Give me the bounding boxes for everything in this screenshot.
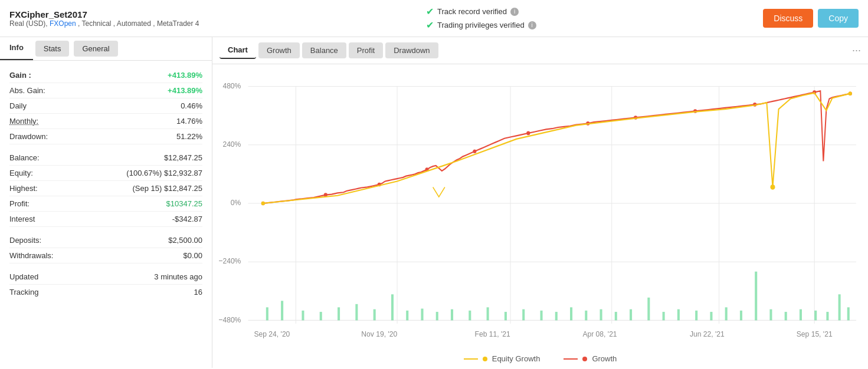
legend-label-equity: Equity Growth xyxy=(492,354,541,363)
y-label-neg240: −240% xyxy=(218,257,241,266)
label-abs-gain: Abs. Gain: xyxy=(9,86,45,95)
row-drawdown: Drawdown: 51.22% xyxy=(9,129,202,144)
bar-3 xyxy=(302,311,304,321)
equity-dot-start xyxy=(261,202,265,206)
label-drawdown: Drawdown: xyxy=(9,132,48,141)
bar-16 xyxy=(522,309,525,321)
tab-stats[interactable]: Stats xyxy=(35,41,70,57)
right-panel: Chart Growth Balance Profit Drawdown ···… xyxy=(212,37,868,368)
value-profit: $10347.25 xyxy=(166,199,202,208)
equity-dip-triangle xyxy=(433,187,445,197)
legend-line-equity xyxy=(464,358,478,360)
bar-10 xyxy=(421,309,423,321)
chart-tab-chart[interactable]: Chart xyxy=(220,42,256,59)
chart-tab-balance[interactable]: Balance xyxy=(302,42,346,58)
label-interest: Interest xyxy=(9,215,35,223)
bar-37-tall xyxy=(838,294,841,320)
bar-12 xyxy=(451,309,453,321)
left-tabs: Info Stats General xyxy=(0,37,212,61)
equity-dot-dip xyxy=(770,185,775,190)
legend-line-growth xyxy=(564,358,578,360)
bar-27 xyxy=(695,311,697,321)
x-label-feb11: Feb 11, '21 xyxy=(475,330,510,338)
value-drawdown: 51.22% xyxy=(176,132,202,141)
tab-info[interactable]: Info xyxy=(0,37,33,60)
label-highest: Highest: xyxy=(9,184,38,193)
tab-general[interactable]: General xyxy=(74,41,117,57)
row-highest: Highest: (Sep 15) $12,847.25 xyxy=(9,181,202,196)
y-label-neg480: −480% xyxy=(218,315,241,324)
bar-29 xyxy=(725,307,728,320)
track-record-info-icon[interactable]: i xyxy=(510,8,519,16)
legend-label-growth: Growth xyxy=(592,354,617,363)
row-gain: Gain : +413.89% xyxy=(9,68,202,83)
bar-36 xyxy=(826,312,828,320)
y-label-0: 0% xyxy=(231,199,241,207)
row-profit: Profit: $10347.25 xyxy=(9,196,202,212)
equity-dot-end xyxy=(849,91,852,95)
row-deposits: Deposits: $2,500.00 xyxy=(9,233,202,248)
bar-7 xyxy=(374,309,376,321)
value-highest: (Sep 15) $12,847.25 xyxy=(132,184,202,193)
bar-32 xyxy=(769,309,772,321)
bar-1 xyxy=(266,307,268,320)
copy-button[interactable]: Copy xyxy=(818,9,859,28)
bar-35 xyxy=(814,311,817,321)
dot-4 xyxy=(473,149,476,153)
trading-privileges-verified: ✔ Trading privileges verified i xyxy=(426,19,536,31)
row-equity: Equity: (100.67%) $12,932.87 xyxy=(9,166,202,181)
bar-8 xyxy=(391,294,394,320)
info-content: Gain : +413.89% Abs. Gain: +413.89% Dail… xyxy=(0,61,212,368)
y-label-480: 480% xyxy=(222,81,241,90)
value-updated: 3 minutes ago xyxy=(154,272,202,281)
trading-privileges-info-icon[interactable]: i xyxy=(528,21,536,29)
header: FXCipher_Set2017 Real (USD), FXOpen , Te… xyxy=(0,0,868,37)
label-updated: Updated xyxy=(9,272,38,281)
header-center: ✔ Track record verified i ✔ Trading priv… xyxy=(426,6,536,31)
bar-22 xyxy=(615,312,617,320)
discuss-button[interactable]: Discuss xyxy=(763,9,813,28)
track-record-verified: ✔ Track record verified i xyxy=(426,6,536,17)
bar-19 xyxy=(570,307,572,320)
chart-tab-growth[interactable]: Growth xyxy=(258,42,300,58)
label-monthly[interactable]: Monthly: xyxy=(9,117,38,126)
fxopen-link[interactable]: FXOpen xyxy=(50,19,76,28)
bar-15 xyxy=(505,312,507,320)
account-subtitle: Real (USD), FXOpen , Technical , Automat… xyxy=(9,19,199,28)
header-left: FXCipher_Set2017 Real (USD), FXOpen , Te… xyxy=(9,9,199,28)
y-label-240: 240% xyxy=(222,140,241,149)
x-label-jun22: Jun 22, '21 xyxy=(690,330,725,338)
value-withdrawals: $0.00 xyxy=(183,251,202,260)
bar-9 xyxy=(406,311,408,321)
value-balance: $12,847.25 xyxy=(164,153,202,162)
chart-svg: .grid-line { stroke: #e8e8e8; stroke-wid… xyxy=(218,70,862,350)
chart-tabs: Chart Growth Balance Profit Drawdown ··· xyxy=(212,37,868,64)
label-daily: Daily xyxy=(9,101,27,110)
more-options-icon[interactable]: ··· xyxy=(852,44,861,57)
bar-20 xyxy=(585,311,587,321)
legend-equity-growth: Equity Growth xyxy=(464,354,541,363)
row-monthly: Monthly: 14.76% xyxy=(9,114,202,129)
bar-30 xyxy=(740,311,742,321)
chart-tab-profit[interactable]: Profit xyxy=(349,42,383,58)
dot-5 xyxy=(526,131,530,136)
value-tracking: 16 xyxy=(194,288,202,296)
legend-dot-equity xyxy=(483,357,487,361)
bar-5 xyxy=(338,307,340,320)
legend-dot-growth xyxy=(582,357,587,361)
main-content: Info Stats General Gain : +413.89% Abs. … xyxy=(0,37,868,368)
row-daily: Daily 0.46% xyxy=(9,98,202,114)
row-updated: Updated 3 minutes ago xyxy=(9,269,202,285)
row-abs-gain: Abs. Gain: +413.89% xyxy=(9,83,202,98)
value-equity: (100.67%) $12,932.87 xyxy=(126,169,202,177)
bar-26 xyxy=(677,309,680,321)
x-label-apr08: Apr 08, '21 xyxy=(582,330,617,338)
chart-tab-drawdown[interactable]: Drawdown xyxy=(385,42,438,58)
trading-privileges-label: Trading privileges verified xyxy=(437,21,525,29)
label-gain: Gain : xyxy=(9,71,31,80)
label-tracking: Tracking xyxy=(9,288,38,296)
row-tracking: Tracking 16 xyxy=(9,285,202,299)
check-icon-2: ✔ xyxy=(426,19,434,31)
legend-growth: Growth xyxy=(564,354,617,363)
header-right: Discuss Copy xyxy=(763,9,859,28)
